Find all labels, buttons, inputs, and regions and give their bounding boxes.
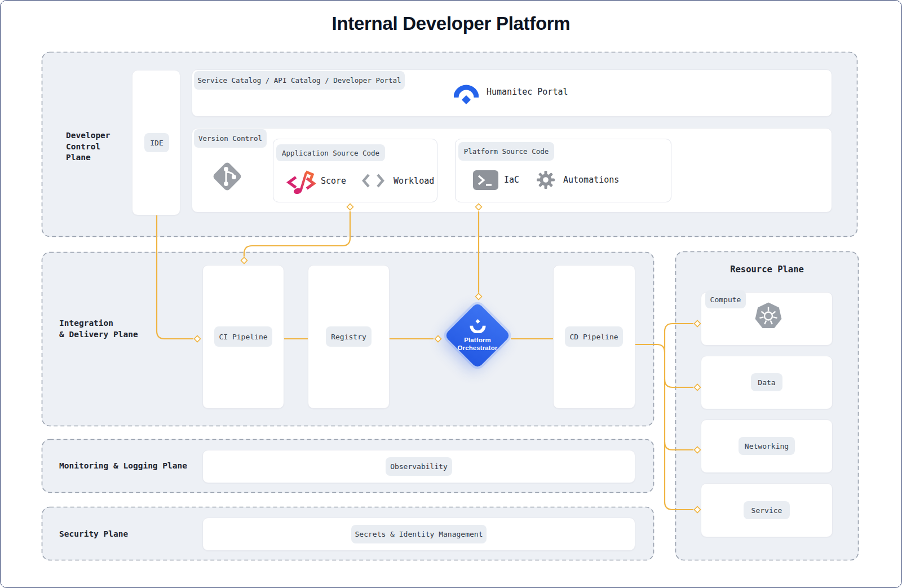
service-label: Service xyxy=(744,501,790,519)
workload-brackets-icon xyxy=(361,173,385,188)
humanitec-mark-icon xyxy=(470,319,486,333)
platform-source-code-pill: Platform Source Code xyxy=(458,142,554,161)
git-icon xyxy=(211,161,243,192)
version-control-pill: Version Control xyxy=(194,129,267,148)
developer-plane-label: Developer Control Plane xyxy=(66,130,110,163)
iac-label: IaC xyxy=(504,174,519,185)
secrets-label: Secrets & Identity Management xyxy=(351,525,487,543)
security-plane-label: Security Plane xyxy=(59,529,128,540)
kubernetes-icon xyxy=(754,302,783,330)
networking-label: Networking xyxy=(739,437,795,455)
service-catalog-pill: Service Catalog / API Catalog / Develope… xyxy=(194,71,405,90)
data-label: Data xyxy=(751,373,782,391)
portal-brand-label: Humanitec Portal xyxy=(487,86,568,98)
application-source-code-pill: Application Source Code xyxy=(276,144,385,161)
integration-plane-label: Integration & Delivery Plane xyxy=(59,318,138,340)
ide-label: IDE xyxy=(144,133,169,152)
gear-icon xyxy=(536,170,555,189)
observability-label: Observability xyxy=(386,457,452,476)
platform-orchestrator-content: Platform Orchestrator xyxy=(454,312,501,359)
registry-label: Registry xyxy=(326,326,372,347)
score-icon xyxy=(286,169,316,195)
compute-label: Compute xyxy=(705,290,746,308)
workload-label: Workload xyxy=(393,175,434,187)
resource-plane-label: Resource Plane xyxy=(675,264,859,276)
automations-label: Automations xyxy=(563,174,619,185)
cd-pipeline-label: CD Pipeline xyxy=(565,326,623,347)
terminal-icon xyxy=(473,170,498,190)
ci-pipeline-label: CI Pipeline xyxy=(214,326,272,347)
humanitec-logo-icon xyxy=(454,82,479,104)
score-label: Score xyxy=(321,175,346,187)
diagram-canvas: Internal Developer Platform Developer Co… xyxy=(0,0,902,588)
monitoring-plane-label: Monitoring & Logging Plane xyxy=(59,461,187,472)
platform-orchestrator-label: Platform Orchestrator xyxy=(458,336,498,352)
